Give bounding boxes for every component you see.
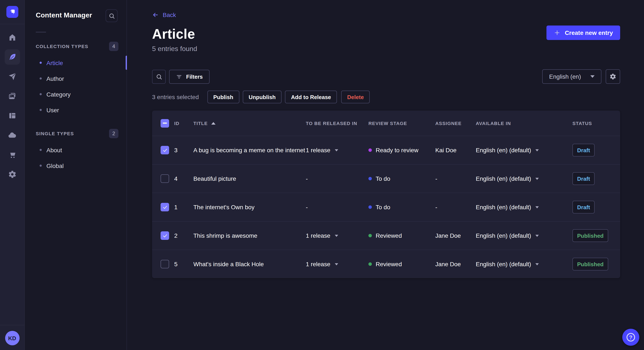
help-button[interactable]: ? <box>622 329 639 346</box>
row-assignee: - <box>435 175 476 182</box>
chevron-down-icon <box>334 234 338 237</box>
chevron-down-icon <box>536 263 539 265</box>
row-review-stage: To do <box>368 204 435 210</box>
row-checkbox[interactable] <box>160 146 169 154</box>
locale-select[interactable]: English (en) <box>542 69 602 84</box>
status-badge: Draft <box>572 172 595 185</box>
sidebar-item-label: User <box>46 107 59 113</box>
table-row[interactable]: 1 The internet's Own boy - To do - Engli… <box>152 193 620 221</box>
locale-value: English (en) <box>549 73 581 80</box>
strapi-logo[interactable] <box>6 6 18 18</box>
status-badge: Published <box>572 258 608 270</box>
view-settings-button[interactable] <box>606 69 620 84</box>
collection-types-section: COLLECTION TYPES 4 Article Author Catego… <box>25 42 126 118</box>
row-checkbox[interactable] <box>160 260 169 268</box>
sidebar-item-label: About <box>46 147 62 153</box>
sidebar-item-global[interactable]: Global <box>25 158 126 174</box>
sidebar-item-label: Author <box>46 75 64 82</box>
row-release[interactable]: 1 release <box>306 147 368 154</box>
sidebar-item-label: Global <box>46 162 64 169</box>
rail-item-content-type-builder[interactable] <box>0 106 24 126</box>
column-header-available-in[interactable]: AVAILABLE IN <box>476 121 572 126</box>
row-review-stage: Reviewed <box>368 261 435 268</box>
row-locale[interactable]: English (en) (default) <box>476 232 572 239</box>
column-header-status[interactable]: STATUS <box>572 121 620 126</box>
row-release: - <box>306 204 368 210</box>
row-checkbox[interactable] <box>160 203 169 211</box>
row-release[interactable]: 1 release <box>306 261 368 268</box>
row-checkbox[interactable] <box>160 174 169 183</box>
rail-item-deploy[interactable] <box>0 126 24 145</box>
main-content: Back Article 5 entries found Create new … <box>127 0 644 350</box>
row-assignee: Jane Doe <box>435 232 476 239</box>
back-link[interactable]: Back <box>152 11 176 18</box>
row-locale[interactable]: English (en) (default) <box>476 261 572 268</box>
bullet-icon <box>40 62 42 64</box>
sidebar-item-category[interactable]: Category <box>25 86 126 102</box>
status-badge: Draft <box>572 201 595 213</box>
status-badge: Published <box>572 229 608 242</box>
row-assignee: Jane Doe <box>435 261 476 268</box>
column-header-id[interactable]: ID <box>174 121 193 126</box>
column-header-title[interactable]: TITLE <box>193 121 302 126</box>
table-row[interactable]: 4 Beautiful picture - To do - English (e… <box>152 164 620 193</box>
column-header-assignee[interactable]: ASSIGNEE <box>435 121 476 126</box>
sidebar-item-article[interactable]: Article <box>25 55 126 71</box>
section-count-badge: 4 <box>109 42 118 51</box>
column-header-released[interactable]: TO BE RELEASED IN <box>306 121 368 126</box>
table-row[interactable]: 5 What's inside a Black Hole 1 release R… <box>152 250 620 278</box>
row-review-stage: To do <box>368 175 435 182</box>
rail-item-home[interactable] <box>0 28 24 47</box>
toolbar: Filters English (en) <box>152 69 620 84</box>
select-all-checkbox[interactable] <box>160 119 169 127</box>
table-header-row: ID TITLE TO BE RELEASED IN REVIEW STAGE … <box>152 111 620 136</box>
row-locale[interactable]: English (en) (default) <box>476 204 572 210</box>
cloud-icon <box>4 128 20 143</box>
content-manager-sidebar: Content Manager COLLECTION TYPES 4 Artic… <box>25 0 127 350</box>
unpublish-button[interactable]: Unpublish <box>242 91 282 103</box>
arrow-left-icon <box>152 11 159 18</box>
sidebar-item-user[interactable]: User <box>25 102 126 118</box>
rail-item-content-manager[interactable] <box>0 47 24 67</box>
filter-icon <box>176 73 182 80</box>
sidebar-item-author[interactable]: Author <box>25 71 126 86</box>
bullet-icon <box>40 109 42 111</box>
avatar[interactable]: KD <box>5 331 20 345</box>
row-locale[interactable]: English (en) (default) <box>476 175 572 182</box>
rail-item-media-library[interactable] <box>0 86 24 106</box>
row-title: This shrimp is awesome <box>193 232 306 239</box>
row-checkbox[interactable] <box>160 231 169 240</box>
rail-bottom: KD <box>0 325 24 350</box>
sidebar-title: Content Manager <box>36 9 92 19</box>
review-stage-dot <box>368 234 372 237</box>
table-row[interactable]: 2 This shrimp is awesome 1 release Revie… <box>152 221 620 250</box>
review-stage-dot <box>368 177 372 180</box>
publish-button[interactable]: Publish <box>207 91 239 103</box>
filters-button[interactable]: Filters <box>169 70 210 84</box>
delete-button[interactable]: Delete <box>341 91 370 103</box>
create-new-entry-button[interactable]: Create new entry <box>546 25 620 40</box>
gear-icon <box>4 167 20 182</box>
row-id: 5 <box>174 261 193 268</box>
sidebar-item-about[interactable]: About <box>25 142 126 158</box>
selection-bar: 3 entries selected Publish Unpublish Add… <box>152 91 620 103</box>
column-header-review-stage[interactable]: REVIEW STAGE <box>368 121 435 126</box>
home-icon <box>4 30 20 45</box>
rail-item-marketplace[interactable] <box>0 145 24 165</box>
sidebar-search-button[interactable] <box>106 9 118 22</box>
table-row[interactable]: 3 A bug is becoming a meme on the intern… <box>152 136 620 164</box>
rail-nav <box>0 24 24 184</box>
row-id: 4 <box>174 175 193 182</box>
media-images-icon <box>4 88 20 104</box>
row-locale[interactable]: English (en) (default) <box>476 147 572 154</box>
row-release[interactable]: 1 release <box>306 232 368 239</box>
rail-item-releases[interactable] <box>0 67 24 86</box>
review-stage-dot <box>368 205 372 209</box>
table-search-button[interactable] <box>152 70 166 84</box>
sidebar-item-label: Article <box>46 59 63 66</box>
row-title: Beautiful picture <box>193 175 306 182</box>
row-id: 2 <box>174 232 193 239</box>
add-to-release-button[interactable]: Add to Release <box>285 91 337 103</box>
status-badge: Draft <box>572 144 595 157</box>
rail-item-settings[interactable] <box>0 165 24 184</box>
